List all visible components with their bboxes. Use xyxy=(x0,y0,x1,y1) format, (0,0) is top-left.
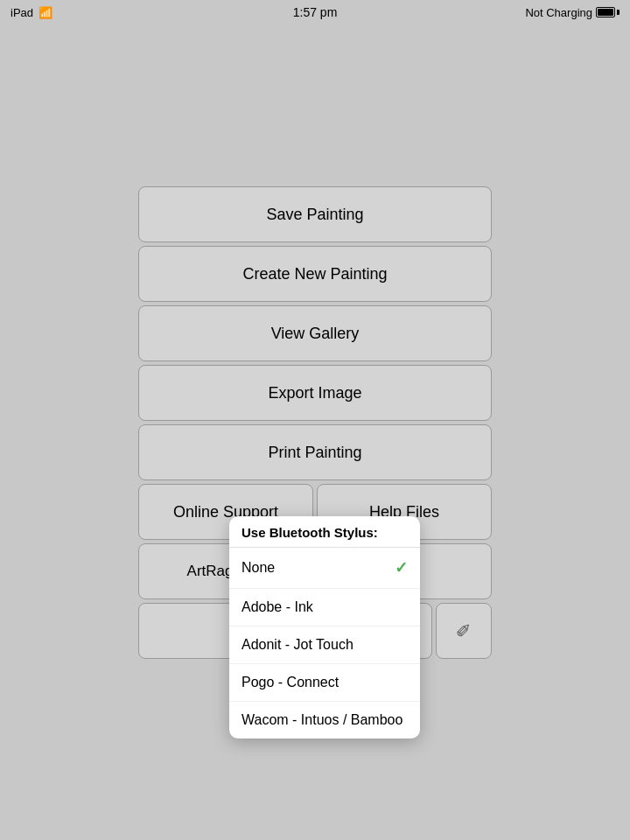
bluetooth-stylus-dropdown: Use Bluetooth Stylus: None ✓ Adobe - Ink… xyxy=(229,516,420,738)
stylus-option-adobe-ink[interactable]: Adobe - Ink xyxy=(229,589,420,626)
view-gallery-button[interactable]: View Gallery xyxy=(138,305,492,361)
create-new-painting-button[interactable]: Create New Painting xyxy=(138,246,492,302)
stylus-option-wacom[interactable]: Wacom - Intuos / Bamboo xyxy=(229,702,420,738)
stylus-option-pogo-label: Pogo - Connect xyxy=(242,675,339,690)
stylus-option-adonit-label: Adonit - Jot Touch xyxy=(242,637,354,653)
export-image-button[interactable]: Export Image xyxy=(138,365,492,421)
stylus-option-pogo[interactable]: Pogo - Connect xyxy=(229,664,420,702)
device-label: iPad xyxy=(10,6,33,19)
stylus-option-none[interactable]: None ✓ xyxy=(229,548,420,589)
stylus-option-none-label: None xyxy=(242,560,275,576)
status-time: 1:57 pm xyxy=(293,5,338,19)
stylus-option-adonit[interactable]: Adonit - Jot Touch xyxy=(229,626,420,664)
status-bar: iPad 📶 1:57 pm Not Charging xyxy=(0,0,630,24)
checkmark-none: ✓ xyxy=(395,558,408,578)
stylus-option-adobe-ink-label: Adobe - Ink xyxy=(242,599,313,615)
wifi-icon: 📶 xyxy=(38,6,52,19)
print-painting-button[interactable]: Print Painting xyxy=(138,424,492,480)
pencil-icon: ✏ xyxy=(450,617,477,644)
pencil-button[interactable]: ✏ xyxy=(436,603,492,659)
stylus-option-wacom-label: Wacom - Intuos / Bamboo xyxy=(242,712,402,728)
status-right: Not Charging xyxy=(525,6,620,19)
dropdown-title: Use Bluetooth Stylus: xyxy=(229,516,420,548)
save-painting-button[interactable]: Save Painting xyxy=(138,186,492,242)
battery-icon xyxy=(596,7,620,18)
status-left: iPad 📶 xyxy=(10,6,52,19)
battery-status-label: Not Charging xyxy=(525,6,592,19)
